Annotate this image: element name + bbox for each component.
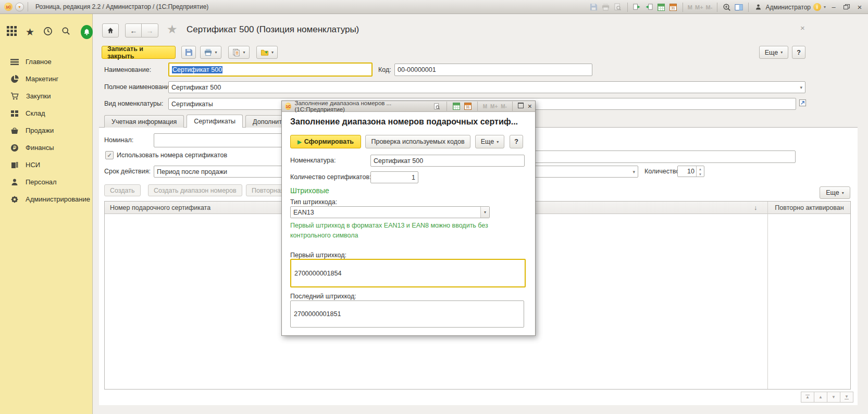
attachments-button[interactable]: ▾ (256, 46, 278, 59)
memory-mplus-button[interactable]: M+ (695, 4, 703, 10)
back-button[interactable]: ← (125, 23, 142, 37)
sidebar-item-purchases[interactable]: Закупки (0, 87, 93, 105)
name-field[interactable]: Сертификат 500 (168, 62, 373, 77)
certificate-count-field[interactable]: 1 (370, 171, 418, 183)
print-icon[interactable] (601, 3, 611, 12)
print-preview-icon[interactable] (613, 3, 623, 12)
code-field[interactable]: 00-00000001 (394, 64, 592, 76)
notifications-button[interactable] (81, 25, 93, 39)
create-button[interactable]: Создать (104, 184, 141, 196)
tab-certificates[interactable]: Сертификаты (187, 115, 243, 128)
name-label: Наименование: (104, 66, 151, 73)
form-more-button[interactable]: Еще▾ (759, 46, 788, 59)
sort-descending-icon[interactable]: ↓ (754, 204, 757, 211)
maximize-dialog-button[interactable] (518, 103, 524, 110)
memory-mminus-button[interactable]: M- (706, 4, 713, 10)
info-icon[interactable]: i (813, 3, 821, 11)
save-and-close-button[interactable]: Записать и закрыть (102, 46, 176, 59)
first-barcode-label: Первый штрихкод: (290, 252, 346, 259)
generate-button[interactable]: ▶Сформировать (290, 135, 361, 148)
sidebar-item-finance[interactable]: ₽ Финансы (0, 139, 93, 156)
save-icon[interactable] (589, 3, 599, 12)
current-user-label[interactable]: Администратор (765, 4, 811, 11)
history-icon[interactable] (43, 27, 53, 37)
sidebar-item-warehouse[interactable]: Склад (0, 105, 93, 122)
go-previous-button[interactable]: ▲ (814, 392, 827, 403)
sidebar-nav: Главное Маркетинг Закупки Склад Продажи … (0, 53, 93, 208)
close-window-button[interactable]: × (854, 3, 865, 11)
table-nav-buttons: ▲ ▲ ▼ ▼ (801, 392, 853, 403)
close-form-button[interactable]: × (800, 23, 805, 32)
last-barcode-field[interactable]: 2700000001851 (290, 300, 524, 328)
barcode-type-select[interactable]: EAN13▾ (290, 206, 490, 218)
stepper-up-icon[interactable]: ▲ (697, 166, 704, 171)
dialog-help-button[interactable]: ? (510, 135, 523, 148)
use-numbers-checkbox[interactable]: ✓ (105, 151, 114, 159)
dropdown-icon[interactable]: ▾ (633, 169, 635, 174)
form-help-button[interactable]: ? (792, 46, 805, 59)
full-name-field[interactable]: Сертификат 500▾ (168, 81, 805, 93)
window-title: Розница, редакция 2.2 / Администратор / … (35, 3, 208, 10)
1c-logo-icon: 1С (4, 3, 13, 11)
dialog-more-button[interactable]: Еще▾ (475, 135, 504, 148)
go-last-button[interactable]: ▼ (840, 392, 853, 403)
main-menu-button[interactable]: ▾ (15, 3, 24, 11)
memory-mplus-button[interactable]: M+ (490, 104, 498, 109)
column-reactivated-header[interactable]: Повторно активирован (767, 204, 851, 211)
favorites-icon[interactable]: ★ (26, 27, 34, 37)
divider (748, 3, 749, 12)
sidebar-item-administration[interactable]: Администрирование (0, 191, 93, 208)
save-button[interactable] (181, 46, 196, 59)
barcode-hint: Первый штрихкод в форматах EAN13 и EAN8 … (290, 221, 494, 241)
receive-icon[interactable] (644, 3, 654, 12)
reports-button[interactable]: ▾ (228, 46, 250, 59)
tab-accounting-info[interactable]: Учетная информация (104, 115, 184, 128)
reference-books-icon (10, 161, 19, 169)
print-icon (204, 48, 212, 56)
application-window: 1С ▾ Розница, редакция 2.2 / Администрат… (0, 0, 868, 414)
print-button[interactable]: ▾ (200, 46, 221, 59)
calculator-icon[interactable] (656, 3, 666, 12)
first-barcode-field[interactable]: 2700000001854 (290, 259, 526, 287)
go-first-button[interactable]: ▲ (801, 392, 814, 403)
table-more-button[interactable]: Еще▾ (820, 186, 850, 199)
sidebar-item-nsi[interactable]: НСИ (0, 156, 93, 173)
send-icon[interactable] (633, 3, 642, 12)
dropdown-icon[interactable]: ▾ (800, 85, 802, 90)
go-next-button[interactable]: ▼ (827, 392, 840, 403)
sidebar-item-marketing[interactable]: Маркетинг (0, 70, 93, 87)
zoom-icon[interactable] (722, 3, 731, 12)
restore-button[interactable] (841, 3, 852, 11)
memory-mminus-button[interactable]: M- (501, 104, 507, 109)
sidebar-item-personnel[interactable]: Персонал (0, 173, 93, 191)
dropdown-icon[interactable]: ▾ (480, 207, 489, 218)
svg-text:₽: ₽ (13, 145, 16, 150)
check-codes-button[interactable]: Проверка используемых кодов (365, 135, 470, 148)
favorite-star-icon[interactable]: ★ (167, 23, 178, 35)
memory-m-button[interactable]: M (688, 4, 692, 10)
cart-icon (10, 92, 19, 101)
stepper-down-icon[interactable]: ▼ (697, 171, 704, 177)
basket-icon (10, 127, 19, 135)
sidebar-item-main[interactable]: Главное (0, 53, 93, 70)
create-range-button[interactable]: Создать диапазон номеров (148, 184, 242, 196)
search-icon[interactable] (61, 27, 70, 37)
calendar-icon[interactable]: 31 (464, 102, 472, 111)
sidebar-item-sales[interactable]: Продажи (0, 122, 93, 139)
column-number-header[interactable]: Номер подарочного сертификата (110, 204, 210, 211)
calculator-icon[interactable] (452, 102, 461, 111)
quantity-stepper[interactable]: 10 ▲▼ (677, 166, 704, 177)
info-dropdown-icon[interactable]: ▾ (824, 5, 826, 9)
nomenclature-field[interactable]: Сертификат 500 (370, 155, 525, 167)
print-preview-icon[interactable] (433, 102, 441, 111)
memory-m-button[interactable]: M (483, 104, 487, 109)
split-view-icon[interactable] (734, 3, 743, 12)
close-dialog-button[interactable]: × (528, 102, 532, 110)
minimize-button[interactable]: – (828, 3, 839, 11)
open-kind-button[interactable] (799, 99, 807, 108)
home-button[interactable] (102, 23, 119, 37)
apps-grid-icon[interactable] (7, 26, 17, 37)
calendar-icon[interactable]: 31 (668, 3, 678, 12)
column-divider (767, 202, 768, 389)
forward-button[interactable]: → (141, 23, 158, 37)
